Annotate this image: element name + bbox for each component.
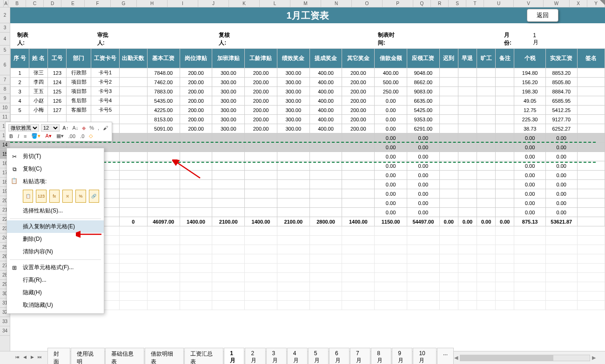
increase-font-icon[interactable]: A↑ [61, 125, 69, 131]
sheet-tab-7月[interactable]: 7月 [350, 348, 370, 364]
cell-gross[interactable]: 6291.00 [407, 124, 439, 133]
cell-other[interactable] [342, 208, 375, 217]
cell-tax[interactable]: 198.30 [514, 87, 546, 96]
total-comm[interactable]: 2800.00 [309, 217, 342, 226]
align-icon[interactable]: ≡ [23, 133, 27, 139]
cell-post[interactable] [180, 133, 212, 143]
cell-age[interactable]: 200.00 [245, 124, 277, 133]
total-gross[interactable]: 54497.00 [407, 217, 439, 226]
cell-net[interactable]: 0.00 [545, 171, 577, 180]
row-header-4[interactable]: 4 [0, 33, 10, 46]
cell-days[interactable] [119, 78, 147, 87]
format-painter-icon[interactable]: 🖌 [102, 125, 109, 131]
tab-nav-first[interactable]: ⏮ [14, 355, 20, 361]
cell-early[interactable] [458, 106, 477, 115]
cell-days[interactable] [119, 189, 147, 199]
cell-sign[interactable] [577, 96, 605, 106]
decimal-dec-icon[interactable]: .0 [79, 133, 85, 139]
cell-base[interactable]: 5091.00 [147, 124, 180, 133]
cell-dept[interactable]: 项目部 [67, 87, 91, 96]
cell-early[interactable] [458, 133, 477, 143]
cell-comm[interactable]: 400.00 [309, 96, 342, 106]
cell-id[interactable]: 126 [48, 96, 67, 106]
cell-tax[interactable]: 0.00 [514, 180, 546, 189]
cell-note[interactable] [496, 199, 514, 208]
cell-comm[interactable]: 400.00 [309, 124, 342, 133]
font-select[interactable]: 微软雅黑 [8, 124, 39, 132]
cell-early[interactable] [458, 189, 477, 199]
cell-base[interactable]: 8153.00 [147, 115, 180, 124]
cell-late[interactable] [439, 208, 458, 217]
cell-age[interactable]: 200.00 [245, 115, 277, 124]
cell-sign[interactable] [577, 199, 605, 208]
cell-late[interactable] [439, 106, 458, 115]
cell-post[interactable] [180, 189, 212, 199]
cell-other[interactable]: 200.00 [342, 124, 375, 133]
cell-gross[interactable]: 5425.00 [407, 106, 439, 115]
cell-other[interactable] [342, 143, 375, 152]
cell-age[interactable]: 200.00 [245, 106, 277, 115]
col-header-L[interactable]: L [260, 0, 290, 7]
cell-id[interactable]: 125 [48, 87, 67, 96]
cell-comm[interactable] [309, 180, 342, 189]
total-late[interactable]: 0.00 [439, 217, 458, 226]
sheet-tab-2月[interactable]: 2月 [245, 348, 265, 364]
sheet-tab-5月[interactable]: 5月 [308, 348, 329, 364]
scroll-left-icon[interactable]: ◀ [454, 355, 458, 361]
cell-late[interactable] [439, 115, 458, 124]
cell-dept[interactable]: 行政部 [67, 68, 91, 78]
cell-dept[interactable]: 项目部 [67, 78, 91, 87]
cell-comm[interactable]: 400.00 [309, 115, 342, 124]
cell-net[interactable]: 9127.70 [545, 115, 577, 124]
sheet-tab-9月[interactable]: 9月 [392, 348, 412, 364]
cell-sign[interactable] [577, 78, 605, 87]
cell-net[interactable]: 0.00 [545, 152, 577, 161]
cell-base[interactable] [147, 143, 180, 152]
cell-other[interactable] [342, 171, 375, 180]
cell-post[interactable]: 200.00 [180, 87, 212, 96]
total-sign[interactable] [577, 217, 605, 226]
cell-id[interactable]: 127 [48, 106, 67, 115]
col-header-A[interactable]: A [4, 0, 8, 7]
cell-early[interactable] [458, 143, 477, 152]
cell-loan[interactable]: 0.00 [375, 106, 407, 115]
cell-net[interactable]: 8884.70 [545, 87, 577, 96]
menu-unhide[interactable]: 取消隐藏(U) [7, 299, 104, 311]
table-row[interactable]: 5小梅127客服部卡号54225.00200.00300.00200.00300… [11, 106, 605, 115]
col-header-H[interactable]: H [137, 0, 168, 7]
cell-absent[interactable] [477, 87, 496, 96]
clear-format-icon[interactable]: ◇ [88, 133, 94, 139]
total-post[interactable]: 1400.00 [180, 217, 212, 226]
cell-absent[interactable] [477, 115, 496, 124]
cell-late[interactable] [439, 124, 458, 133]
cell-base[interactable]: 7848.00 [147, 68, 180, 78]
table-row[interactable]: 4小赵126售后部卡号45435.00200.00300.00200.00300… [11, 96, 605, 106]
cell-other[interactable]: 200.00 [342, 106, 375, 115]
cell-sign[interactable] [577, 143, 605, 152]
tab-nav-last[interactable]: ⏭ [36, 355, 43, 361]
menu-cut[interactable]: ✂剪切(T) [7, 150, 104, 163]
cell-gross[interactable]: 8662.00 [407, 78, 439, 87]
cell-tax[interactable]: 49.05 [514, 96, 546, 106]
percent-icon[interactable]: % [88, 125, 95, 131]
row-header-3[interactable]: 3 [0, 23, 10, 33]
cell-days[interactable] [119, 115, 147, 124]
paste-link-icon[interactable]: 🔗 [89, 190, 99, 203]
cell-comm[interactable]: 400.00 [309, 68, 342, 78]
cell-ot[interactable]: 300.00 [212, 124, 245, 133]
cell-post[interactable] [180, 143, 212, 152]
sheet-tab-基础信息表[interactable]: 基础信息表 [105, 348, 144, 364]
cell-other[interactable] [342, 180, 375, 189]
cell-gross[interactable]: 0.00 [407, 171, 439, 180]
cell-post[interactable] [180, 208, 212, 217]
cell-no[interactable]: 4 [11, 96, 29, 106]
cell-note[interactable] [496, 133, 514, 143]
cell-sign[interactable] [577, 106, 605, 115]
cell-early[interactable] [458, 199, 477, 208]
cell-days[interactable] [119, 133, 147, 143]
cell-card[interactable]: 卡号5 [91, 106, 119, 115]
row-header-2[interactable]: 2 [0, 7, 10, 23]
cell-days[interactable] [119, 96, 147, 106]
cell-gross[interactable]: 0.00 [407, 189, 439, 199]
cell-comm[interactable] [309, 189, 342, 199]
